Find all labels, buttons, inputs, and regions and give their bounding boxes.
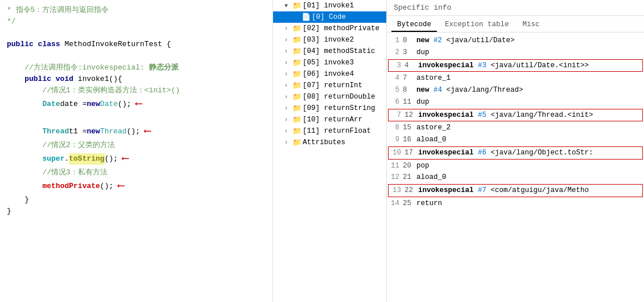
code-line-8: //情况1：类实例构造器方法：<init>()	[0, 85, 273, 96]
folder-icon-returnArr: 📁	[292, 115, 303, 124]
tree-item-returnFloat[interactable]: › 📁 [11] returnFloat	[273, 125, 386, 137]
code-line-13: super.toString(); ⟵	[0, 151, 273, 167]
tree-label-invoke3: [05] invoke3	[303, 59, 354, 67]
info-tabs: Bytecode Exception table Misc	[387, 16, 644, 32]
arrow-3: ⟵	[122, 151, 129, 167]
code-panel: * 指令5：方法调用与返回指令 */ public class MethodIn…	[0, 0, 273, 302]
folder-icon-Attributes: 📁	[292, 138, 303, 147]
folder-icon-invoke4: 📁	[292, 70, 303, 79]
bc-row-9: 9 16 aload_0	[387, 134, 644, 146]
tree-label-methodStatic: [04] methodStatic	[303, 47, 375, 55]
code-line-2: */	[0, 16, 273, 27]
bc-row-8: 8 15 astore_2	[387, 122, 644, 134]
tab-bytecode[interactable]: Bytecode	[391, 18, 437, 32]
expand-arrow-invoke3: ›	[284, 60, 292, 66]
folder-icon-methodStatic: 📁	[292, 47, 303, 56]
bc-row-10: 10 17 invokespecial #6 <java/lang/Object…	[388, 146, 643, 160]
bc-row-7: 7 12 invokespecial #5 <java/lang/Thread.…	[388, 109, 643, 122]
expand-arrow-returnArr: ›	[284, 117, 292, 123]
code-line-12: //情况2：父类的方法	[0, 140, 273, 151]
tree-item-methodStatic[interactable]: › 📁 [04] methodStatic	[273, 46, 386, 57]
tree-item-invoke4[interactable]: › 📁 [06] invoke4	[273, 68, 386, 80]
expand-arrow-invoke2: ›	[284, 37, 292, 43]
bc-row-3: 3 4 invokespecial #3 <java/util/Date.<in…	[388, 59, 643, 72]
folder-icon-returnFloat: 📁	[292, 126, 303, 136]
code-line-5	[0, 51, 273, 62]
expand-arrow-invoke1: ▼	[284, 3, 292, 9]
folder-icon-methodPrivate: 📁	[292, 24, 303, 33]
folder-icon-invoke1: 📁	[292, 1, 303, 10]
expand-arrow-Attributes: ›	[284, 140, 292, 146]
arrow-1: ⟵	[135, 96, 142, 112]
code-line-9: Date date = new Date(); ⟵	[0, 96, 273, 112]
tree-label-returnString: [09] returnString	[303, 104, 375, 112]
expand-arrow-methodPrivate: ›	[284, 26, 292, 32]
folder-icon-returnInt: 📁	[292, 81, 303, 90]
tree-label-invoke1: [01] invoke1	[303, 2, 354, 10]
code-line-14: //情况3：私有方法	[0, 167, 273, 178]
code-line-6: //方法调用指令:invokespecial: 静态分派	[0, 62, 273, 74]
code-line-1: * 指令5：方法调用与返回指令	[0, 5, 273, 16]
code-line-11: Thread t1 = new Thread(); ⟵	[0, 124, 273, 140]
arrow-2: ⟵	[145, 124, 151, 140]
bc-row-12: 12 21 aload_0	[387, 172, 644, 183]
tree-item-methodPrivate[interactable]: › 📁 [02] methodPrivate	[273, 23, 386, 34]
expand-arrow-returnDouble: ›	[284, 94, 292, 100]
expand-arrow-invoke4: ›	[284, 71, 292, 77]
folder-icon-returnDouble: 📁	[292, 92, 303, 101]
info-header: Specific info	[387, 0, 644, 16]
file-icon-code0: 📄	[302, 13, 312, 22]
code-line-3	[0, 27, 273, 39]
tree-item-Attributes[interactable]: › 📁 Attributes	[273, 137, 386, 148]
tree-label-returnFloat: [11] returnFloat	[303, 127, 371, 135]
tree-label-code0: [0] Code	[312, 13, 346, 21]
tree-item-code0[interactable]: › 📄 [0] Code	[273, 11, 386, 23]
folder-icon-returnString: 📁	[292, 104, 303, 113]
tree-item-returnDouble[interactable]: › 📁 [08] returnDouble	[273, 91, 386, 103]
code-line-10	[0, 112, 273, 124]
tree-panel: ▼ 📁 [01] invoke1 › 📄 [0] Code › 📁 [02] m…	[273, 0, 387, 302]
expand-arrow-code0: ›	[294, 14, 302, 21]
tree-label-invoke2: [03] invoke2	[303, 36, 354, 44]
tab-misc[interactable]: Misc	[517, 18, 546, 32]
tree-label-returnDouble: [08] returnDouble	[303, 93, 375, 101]
tree-item-returnArr[interactable]: › 📁 [10] returnArr	[273, 114, 386, 125]
expand-arrow-returnString: ›	[284, 105, 292, 112]
bc-row-1: 1 0 new #2 <java/util/Date>	[387, 35, 644, 47]
bc-row-14: 14 25 return	[387, 198, 644, 210]
tree-label-invoke4: [06] invoke4	[303, 70, 354, 78]
tree-item-returnString[interactable]: › 📁 [09] returnString	[273, 103, 386, 114]
tree-label-Attributes: Attributes	[303, 138, 345, 146]
code-line-17: }	[0, 206, 273, 217]
bc-row-4: 4 7 astore_1	[387, 72, 644, 84]
expand-arrow-returnInt: ›	[284, 83, 292, 89]
folder-icon-invoke2: 📁	[292, 35, 303, 44]
arrow-4: ⟵	[118, 178, 124, 194]
tree-item-returnInt[interactable]: › 📁 [07] returnInt	[273, 80, 386, 91]
bc-row-6: 6 11 dup	[387, 96, 644, 108]
tree-item-invoke1[interactable]: ▼ 📁 [01] invoke1	[273, 0, 386, 11]
tree-item-invoke2[interactable]: › 📁 [03] invoke2	[273, 34, 386, 46]
code-line-15: methodPrivate(); ⟵	[0, 178, 273, 194]
expand-arrow-methodStatic: ›	[284, 48, 292, 55]
folder-icon-invoke3: 📁	[292, 58, 303, 67]
tab-exception-table[interactable]: Exception table	[439, 18, 515, 32]
tree-label-methodPrivate: [02] methodPrivate	[303, 25, 379, 32]
info-panel: Specific info Bytecode Exception table M…	[387, 0, 644, 302]
code-line-7: public void invoke1(){	[0, 74, 273, 85]
tree-label-returnArr: [10] returnArr	[303, 116, 362, 124]
bc-row-2: 2 3 dup	[387, 47, 644, 59]
bc-row-13: 13 22 invokespecial #7 <com/atguigu/java…	[388, 184, 643, 197]
tree-label-returnInt: [07] returnInt	[303, 81, 362, 89]
tree-item-invoke3[interactable]: › 📁 [05] invoke3	[273, 57, 386, 68]
expand-arrow-returnFloat: ›	[284, 128, 292, 134]
code-line-4: public class MethodInvokeReturnTest {	[0, 39, 273, 50]
bytecode-content: 1 0 new #2 <java/util/Date> 2 3 dup 3 4 …	[387, 32, 644, 302]
bc-row-5: 5 8 new #4 <java/lang/Thread>	[387, 84, 644, 96]
code-line-16: }	[0, 194, 273, 206]
bc-row-11: 11 20 pop	[387, 160, 644, 172]
